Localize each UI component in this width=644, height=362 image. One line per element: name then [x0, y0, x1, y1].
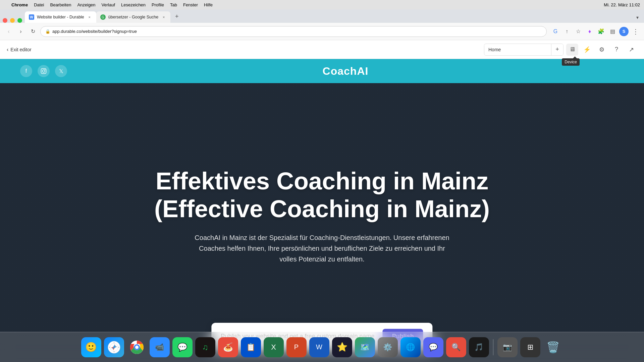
new-tab-button[interactable]: +: [172, 11, 182, 21]
device-icon: 🖥: [569, 46, 575, 53]
menubar-datei[interactable]: Datei: [34, 2, 44, 7]
url-bar[interactable]: 🔒 app.durable.co/website/builder?signup=…: [40, 26, 547, 37]
svg-rect-0: [41, 69, 46, 74]
lightning-icon: ⚡: [583, 46, 591, 53]
hero-content: Effektives Coaching in Mainz (Effective …: [0, 83, 644, 362]
reload-button[interactable]: ↻: [28, 27, 38, 36]
tab-favicon-2: G: [100, 14, 106, 20]
external-link-icon: ↗: [629, 46, 634, 53]
window-controls: [3, 18, 22, 23]
dock-excel[interactable]: X: [264, 337, 284, 357]
window-minimize-button[interactable]: [10, 18, 15, 23]
menubar-chrome[interactable]: Chrome: [11, 2, 28, 7]
settings-button[interactable]: ⚙: [596, 44, 608, 56]
dock: 🙂 📹 💬 ♫ 🍝 📋 X P W ⭐ 🗺️ ⚙️ 🌐 💬 🔍 🎵 📷 ⊞ 🗑️: [0, 332, 644, 362]
dock-zoom[interactable]: 📹: [150, 337, 170, 357]
share-icon[interactable]: ↑: [562, 27, 572, 36]
extension-icon[interactable]: ♦: [585, 27, 594, 36]
page-name-input[interactable]: [484, 45, 551, 54]
dock-separator: [493, 339, 493, 355]
dock-trash[interactable]: 🗑️: [543, 337, 563, 357]
site-header: f 𝕏 CoachAI: [0, 59, 644, 83]
tab-title-2: übersetzer - Google Suche: [108, 15, 158, 19]
dock-find-my[interactable]: 🔍: [446, 337, 466, 357]
dock-powerpoint[interactable]: P: [286, 337, 307, 357]
tab-dropdown-icon[interactable]: ▾: [633, 13, 641, 21]
menubar-hilfe[interactable]: Hilfe: [204, 2, 213, 7]
sidebar-icon[interactable]: ▤: [608, 27, 617, 36]
svg-point-2: [45, 69, 45, 70]
tab-website-builder[interactable]: W Website builder - Durable ×: [25, 11, 96, 23]
dock-discord[interactable]: 💬: [423, 337, 443, 357]
dock-maps[interactable]: 🗺️: [355, 337, 375, 357]
tab-title-1: Website builder - Durable: [37, 15, 84, 19]
twitter-icon[interactable]: 𝕏: [55, 65, 67, 77]
dock-word[interactable]: W: [309, 337, 329, 357]
bookmark-icon[interactable]: ☆: [574, 27, 583, 36]
exit-editor-button[interactable]: ‹ Exit editor: [7, 47, 32, 53]
menubar-anzeigen[interactable]: Anzeigen: [77, 2, 95, 7]
lightning-button[interactable]: ⚡: [581, 44, 593, 56]
device-button[interactable]: 🖥 Device: [566, 44, 578, 56]
exit-editor-label: Exit editor: [10, 47, 31, 52]
google-account-icon[interactable]: G: [551, 27, 560, 36]
dock-soundboard[interactable]: 🎵: [469, 337, 489, 357]
window-maximize-button[interactable]: [17, 18, 22, 23]
hero-description: CoachAI in Mainz ist der Spezialist für …: [191, 232, 453, 264]
more-options-icon[interactable]: ⋮: [631, 27, 640, 36]
add-page-button[interactable]: +: [551, 44, 563, 55]
address-bar: ‹ › ↻ 🔒 app.durable.co/website/builder?s…: [0, 23, 644, 40]
help-button[interactable]: ?: [610, 44, 623, 56]
svg-point-1: [42, 70, 45, 72]
tab-close-1[interactable]: ×: [87, 14, 92, 20]
hero-title: Effektives Coaching in Mainz (Effective …: [154, 167, 490, 223]
extensions-button[interactable]: 🧩: [596, 27, 606, 36]
dock-finder[interactable]: 🙂: [81, 337, 101, 357]
editor-toolbar-right: + 🖥 Device ⚡ ⚙ ? ↗: [484, 44, 637, 56]
profile-avatar[interactable]: S: [619, 27, 629, 36]
dock-whatsapp[interactable]: 💬: [172, 337, 193, 357]
help-icon: ?: [615, 46, 618, 53]
dock-system-preferences[interactable]: ⚙️: [378, 337, 398, 357]
tab-close-2[interactable]: ×: [161, 14, 166, 20]
tab-google-translate[interactable]: G übersetzer - Google Suche ×: [96, 11, 170, 23]
gear-icon: ⚙: [599, 46, 604, 53]
dock-control-center[interactable]: ⊞: [520, 337, 540, 357]
dock-reeder[interactable]: ⭐: [332, 337, 352, 357]
menubar-fenster[interactable]: Fenster: [183, 2, 198, 7]
menubar-profile[interactable]: Profile: [152, 2, 164, 7]
hero-title-line1: Effektives Coaching in Mainz: [156, 168, 488, 194]
dock-image-capture[interactable]: 📷: [497, 337, 518, 357]
page-selector: +: [484, 44, 564, 56]
menubar-tab[interactable]: Tab: [170, 2, 177, 7]
hero-title-line2: (Effective Coaching in Mainz): [154, 195, 490, 222]
external-link-button[interactable]: ↗: [625, 44, 637, 56]
menubar: Chrome Datei Bearbeiten Anzeigen Verlauf…: [0, 0, 644, 9]
back-arrow-icon: ‹: [7, 47, 8, 53]
editor-toolbar: ‹ Exit editor + 🖥 Device ⚡ ⚙ ?: [0, 40, 644, 59]
back-button[interactable]: ‹: [4, 27, 13, 36]
menubar-bearbeiten[interactable]: Bearbeiten: [50, 2, 71, 7]
window-close-button[interactable]: [3, 18, 7, 23]
dock-spotify[interactable]: ♫: [195, 337, 215, 357]
address-bar-actions: G ↑ ☆ ♦ 🧩 ▤ S ⋮: [551, 27, 640, 36]
website-preview: f 𝕏 CoachAI Effektives Coaching in Mai: [0, 59, 644, 362]
site-logo: CoachAI: [67, 65, 624, 77]
dock-chrome[interactable]: [127, 337, 147, 357]
social-icons: f 𝕏: [20, 65, 67, 77]
instagram-icon[interactable]: [38, 65, 50, 77]
tabbar-dropdown[interactable]: ▾: [633, 13, 641, 23]
menubar-time: Mi. 22. März 11:02: [604, 2, 640, 7]
url-text: app.durable.co/website/builder?signup=tr…: [52, 29, 542, 34]
dock-trello[interactable]: 📋: [241, 337, 261, 357]
dock-pasta[interactable]: 🍝: [218, 337, 238, 357]
svg-point-10: [135, 346, 139, 349]
facebook-icon[interactable]: f: [20, 65, 32, 77]
forward-button[interactable]: ›: [16, 27, 25, 36]
ssl-lock-icon: 🔒: [45, 29, 50, 34]
dock-safari[interactable]: [104, 337, 124, 357]
menubar-lesezeichen[interactable]: Lesezeichen: [121, 2, 146, 7]
tab-favicon-1: W: [29, 14, 34, 20]
menubar-verlauf[interactable]: Verlauf: [102, 2, 115, 7]
dock-vpn[interactable]: 🌐: [400, 337, 421, 357]
